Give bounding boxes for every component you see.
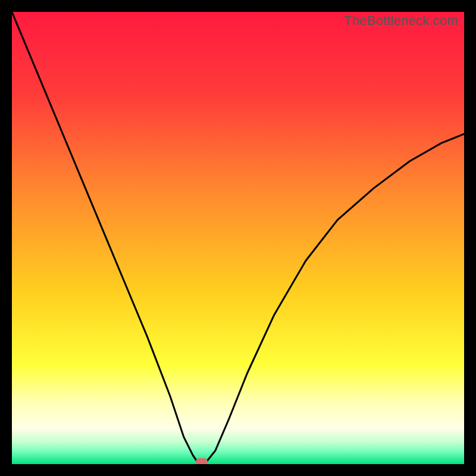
minimum-marker (196, 458, 208, 464)
bottleneck-curve (12, 12, 464, 464)
chart-frame: TheBottleneck.com (0, 0, 476, 476)
curve-path (12, 12, 464, 464)
watermark-text: TheBottleneck.com (344, 13, 458, 29)
plot-area: TheBottleneck.com (12, 12, 464, 464)
